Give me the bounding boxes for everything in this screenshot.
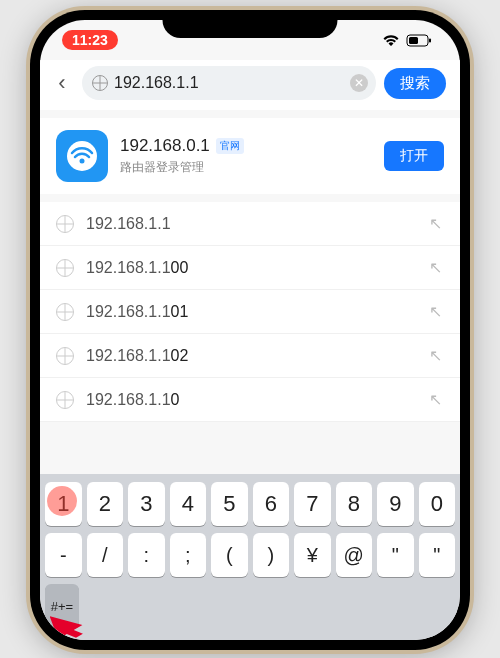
app-subtitle: 路由器登录管理 bbox=[120, 159, 372, 176]
suggestion-item[interactable]: 192.168.1.101 ↖ bbox=[40, 290, 460, 334]
svg-point-4 bbox=[80, 159, 85, 164]
key-at[interactable]: @ bbox=[336, 533, 373, 577]
key-5[interactable]: 5 bbox=[211, 482, 248, 526]
globe-icon bbox=[56, 303, 74, 321]
key-9[interactable]: 9 bbox=[377, 482, 414, 526]
app-result-card[interactable]: 192.168.0.1 官网 路由器登录管理 打开 bbox=[40, 118, 460, 194]
fill-arrow-icon[interactable]: ↖ bbox=[429, 302, 442, 321]
key-dash[interactable]: - bbox=[45, 533, 82, 577]
open-button[interactable]: 打开 bbox=[384, 141, 444, 171]
wifi-icon bbox=[382, 34, 400, 47]
device-notch bbox=[163, 10, 338, 38]
phone-frame: 11:23 ‹ 192.168.1.1 ✕ 搜索 bbox=[30, 10, 470, 650]
key-1[interactable]: 1 bbox=[45, 482, 82, 526]
recording-time-pill[interactable]: 11:23 bbox=[62, 30, 118, 50]
svg-point-3 bbox=[67, 141, 97, 171]
key-slash[interactable]: / bbox=[87, 533, 124, 577]
globe-icon bbox=[56, 215, 74, 233]
clear-button[interactable]: ✕ bbox=[350, 74, 368, 92]
key-6[interactable]: 6 bbox=[253, 482, 290, 526]
suggestion-item[interactable]: 192.168.1.102 ↖ bbox=[40, 334, 460, 378]
touch-highlight bbox=[47, 486, 77, 516]
key-colon[interactable]: : bbox=[128, 533, 165, 577]
suggestion-list: 192.168.1.1 ↖ 192.168.1.100 ↖ 192.168.1.… bbox=[40, 202, 460, 422]
svg-marker-5 bbox=[50, 606, 86, 640]
app-badge: 官网 bbox=[216, 138, 244, 154]
search-button[interactable]: 搜索 bbox=[384, 68, 446, 99]
key-0[interactable]: 0 bbox=[419, 482, 456, 526]
key-semicolon[interactable]: ; bbox=[170, 533, 207, 577]
key-row-1: 1 2 3 4 5 6 7 8 9 0 bbox=[45, 482, 455, 526]
suggestion-item[interactable]: 192.168.1.10 ↖ bbox=[40, 378, 460, 422]
globe-icon bbox=[56, 391, 74, 409]
key-7[interactable]: 7 bbox=[294, 482, 331, 526]
key-quote-close[interactable]: " bbox=[419, 533, 456, 577]
app-icon bbox=[56, 130, 108, 182]
screen: 11:23 ‹ 192.168.1.1 ✕ 搜索 bbox=[40, 20, 460, 640]
key-quote-open[interactable]: " bbox=[377, 533, 414, 577]
key-row-3: #+= bbox=[45, 584, 455, 628]
suggestion-item[interactable]: 192.168.1.1 ↖ bbox=[40, 202, 460, 246]
search-bar: ‹ 192.168.1.1 ✕ 搜索 bbox=[40, 60, 460, 110]
battery-icon bbox=[406, 34, 432, 47]
app-info: 192.168.0.1 官网 路由器登录管理 bbox=[120, 136, 372, 176]
key-4[interactable]: 4 bbox=[170, 482, 207, 526]
status-icons bbox=[382, 34, 432, 47]
url-text: 192.168.1.1 bbox=[114, 74, 344, 92]
url-input[interactable]: 192.168.1.1 ✕ bbox=[82, 66, 376, 100]
key-3[interactable]: 3 bbox=[128, 482, 165, 526]
fill-arrow-icon[interactable]: ↖ bbox=[429, 214, 442, 233]
key-2[interactable]: 2 bbox=[87, 482, 124, 526]
globe-icon bbox=[56, 259, 74, 277]
svg-rect-2 bbox=[429, 38, 431, 42]
app-title: 192.168.0.1 bbox=[120, 136, 210, 156]
keyboard: 1 2 3 4 5 6 7 8 9 0 - / : ; ( ) ¥ @ bbox=[40, 474, 460, 640]
svg-rect-1 bbox=[409, 37, 418, 44]
key-paren-open[interactable]: ( bbox=[211, 533, 248, 577]
suggestion-item[interactable]: 192.168.1.100 ↖ bbox=[40, 246, 460, 290]
globe-icon bbox=[56, 347, 74, 365]
key-8[interactable]: 8 bbox=[336, 482, 373, 526]
fill-arrow-icon[interactable]: ↖ bbox=[429, 346, 442, 365]
back-button[interactable]: ‹ bbox=[50, 70, 74, 96]
fill-arrow-icon[interactable]: ↖ bbox=[429, 258, 442, 277]
globe-icon bbox=[92, 75, 108, 91]
key-yen[interactable]: ¥ bbox=[294, 533, 331, 577]
fill-arrow-icon[interactable]: ↖ bbox=[429, 390, 442, 409]
key-paren-close[interactable]: ) bbox=[253, 533, 290, 577]
key-row-2: - / : ; ( ) ¥ @ " " bbox=[45, 533, 455, 577]
